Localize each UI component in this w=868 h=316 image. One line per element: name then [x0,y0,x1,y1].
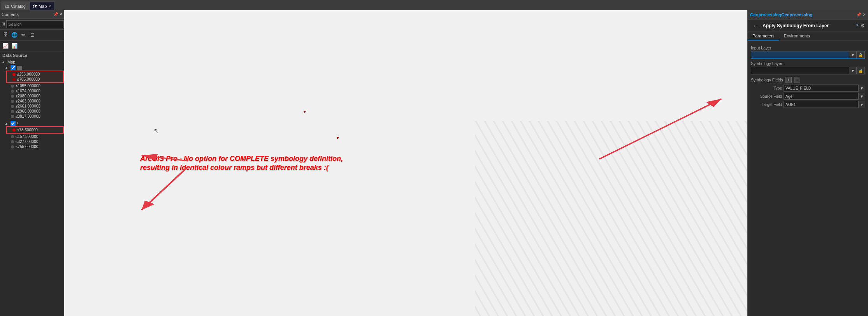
layer1-checkbox[interactable] [11,65,16,70]
map-dot-2 [337,137,339,139]
layer1-bullet-2 [11,85,14,88]
symbology-layer-label: Symbology Layer [751,61,865,66]
type-field-row: Type ▼ [751,85,865,92]
tab-close-icon[interactable]: ✕ [48,4,51,8]
contents-title: Contents [2,12,19,17]
target-field-row: Target Field ▼ [751,101,865,108]
tab-environments[interactable]: Environments [779,32,815,41]
database-btn[interactable]: 🗄 [2,31,9,39]
geoprocessing-header: Geoprocessing Geoprocessing 📌 ✕ [748,10,868,19]
contents-panel-header: Contents 📌 ✕ [0,10,64,19]
annotation-text: ArcGIS Pro - No option for COMPLETE symb… [140,154,343,173]
add-field-btn[interactable]: + [785,77,792,83]
layer1-item-1: ≤705.000000 [8,77,62,82]
expand-layer2-icon: ▲ [5,122,9,125]
layer2-group: ▲ / ≤78.500000 ≤157.500000 [0,120,64,149]
layer2-item-0: ≤78.500000 [8,127,62,132]
layer2-checkbox[interactable] [11,121,16,126]
layer1-bullet-3 [11,90,14,93]
layer2-item-1: ≤157.500000 [6,134,64,139]
right-panel: Geoprocessing Geoprocessing 📌 ✕ ← Apply … [747,10,868,316]
gp-form: Input Layer ▼ 🔒 Symbology Layer ▼ 🔒 Symb… [748,41,868,316]
draw-btn[interactable]: ✏ [19,31,27,39]
symbology-layer-dropdown[interactable]: ▼ [849,67,856,74]
data-source-label: Data Source [0,51,64,59]
tree-map-item[interactable]: ▲ Map [0,59,64,65]
layer2-header[interactable]: ▲ / [3,120,64,126]
tab-map[interactable]: 🗺 Map ✕ [29,2,55,10]
input-layer-input[interactable] [751,52,849,58]
type-dropdown[interactable]: ▼ [858,85,865,92]
catalog-tab-label: Catalog [11,4,26,9]
search-bar: ⊞ 🔍 [0,19,64,30]
layer1-value-4: ≤2080.000000 [16,94,40,98]
symbology-layer-lock[interactable]: 🔒 [856,67,864,74]
layer1-highlighted-rows: ≤256.000000 ≤705.000000 [6,71,64,83]
layer1-value-3: ≤1674.000000 [16,89,40,93]
layer1-item-6: ≤2661.000000 [6,104,64,109]
target-field-input[interactable] [784,101,858,108]
source-field-dropdown[interactable]: ▼ [858,93,865,100]
layer1-item-3: ≤1674.000000 [6,88,64,94]
layer2-value-1: ≤157.500000 [16,134,38,139]
input-layer-lock[interactable]: 🔒 [856,51,864,58]
gp-tabs: Parameters Environments [748,32,868,41]
filter-icon: ⊞ [2,21,5,26]
symbology-fields-row: Symbology Fields + − [751,77,865,83]
layer1-header[interactable]: ▲ [3,65,64,71]
symbology-layer-field[interactable]: ▼ 🔒 [751,67,865,74]
layer1-bullet-0 [12,73,16,76]
help-icon[interactable]: ? [856,23,858,28]
tab-catalog[interactable]: 🗂 Catalog [2,2,29,10]
search-input[interactable] [6,20,64,28]
annotation-line2: resulting in identical colour ramps but … [140,164,329,171]
layer1-bullet-6 [11,105,14,108]
symbology-fields-label: Symbology Fields [751,78,783,82]
map-icon: 🗺 [33,4,37,9]
layer1-group: ▲ ≤256.000000 ≤705.000000 [0,65,64,119]
layer1-item-8: ≤3817.000000 [6,114,64,119]
back-button[interactable]: ← [751,22,760,29]
symbology-layer-input[interactable] [751,68,849,73]
source-field-row: Source Field ▼ [751,93,865,100]
input-layer-dropdown[interactable]: ▼ [849,51,856,58]
layer1-value-0: ≤256.000000 [17,72,40,76]
layer1-bullet-7 [11,110,14,113]
layer1-items: ≤256.000000 ≤705.000000 ≤1055.000000 ≤ [6,71,64,119]
geoprocessing-title: Geoprocessing [750,12,781,17]
tree-section[interactable]: ▲ Map ▲ ≤256.000000 [0,59,64,316]
layer1-value-6: ≤2661.000000 [16,104,40,108]
remove-field-btn[interactable]: − [794,77,800,83]
layer1-bullet-1 [12,78,16,81]
contents-toolbar: 🗄 🌐 ✏ ⊡ [0,30,64,41]
layer1-value-8: ≤3817.000000 [16,114,40,118]
map-area[interactable]: ↖ ArcGIS Pro - No option for COMPLETE sy… [64,10,747,316]
layer1-item-4: ≤2080.000000 [6,94,64,99]
layer2-items: ≤78.500000 ≤157.500000 ≤327.000000 ≤755.… [6,126,64,149]
close-gp-icon[interactable]: ✕ [863,12,866,17]
close-panel-icon[interactable]: ✕ [59,12,62,16]
svg-line-3 [142,155,188,161]
left-panel: Contents 📌 ✕ ⊞ 🔍 🗄 🌐 ✏ ⊡ 📈 📊 Data Source [0,10,64,316]
target-field-dropdown[interactable]: ▼ [858,101,865,108]
settings-icon[interactable]: ⚙ [861,23,865,28]
layer2-item-2: ≤327.000000 [6,139,64,144]
source-field-input[interactable] [784,93,858,100]
tab-parameters[interactable]: Parameters [748,32,779,41]
type-input[interactable] [784,85,858,92]
catalog-icon: 🗂 [5,4,9,9]
input-layer-field[interactable]: ▼ 🔒 [751,51,865,59]
frame-btn[interactable]: ⊡ [28,31,36,39]
layer1-item-0: ≤256.000000 [8,72,62,77]
bar-btn[interactable]: 📊 [11,42,18,50]
contents-toolbar2: 📈 📊 [0,41,64,51]
layer2-bullet-0 [12,129,16,132]
map-tab-label: Map [39,4,47,9]
layer1-bullet-4 [11,95,14,98]
pin-icon[interactable]: 📌 [53,12,58,16]
pin-gp-icon[interactable]: 📌 [856,12,861,17]
tool-title: Apply Symbology From Layer [763,23,853,28]
layer1-color-swatch [17,66,22,70]
globe-btn[interactable]: 🌐 [11,31,18,39]
chart-btn[interactable]: 📈 [2,42,9,50]
